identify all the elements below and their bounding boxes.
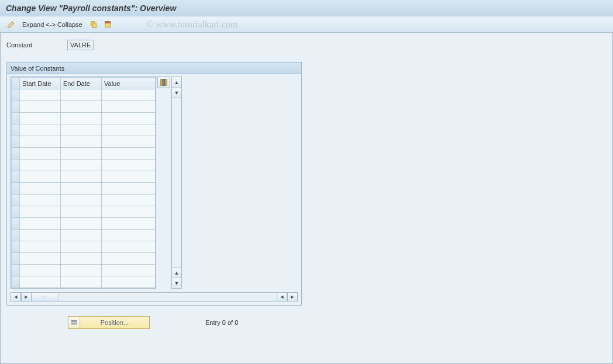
table-row[interactable] [12,101,156,113]
cell-value[interactable] [102,230,156,241]
cell-end-date[interactable] [61,253,102,265]
cell-start-date[interactable] [20,195,61,206]
cell-end-date[interactable] [61,136,102,148]
table-row[interactable] [12,183,156,195]
cell-value[interactable] [102,171,156,183]
cell-value[interactable] [102,124,156,136]
cell-value[interactable] [102,218,156,230]
cell-end-date[interactable] [61,101,102,113]
cell-value[interactable] [102,113,156,124]
row-selector[interactable] [12,171,20,183]
table-row[interactable] [12,113,156,124]
table-row[interactable] [12,206,156,218]
scroll-down-button[interactable]: ▼ [172,278,181,288]
row-selector[interactable] [12,113,20,124]
cell-start-date[interactable] [20,89,61,101]
row-selector[interactable] [12,183,20,195]
cell-start-date[interactable] [20,113,61,124]
cell-value[interactable] [102,241,156,253]
row-selector[interactable] [12,230,20,241]
cell-value[interactable] [102,253,156,265]
cell-start-date[interactable] [20,171,61,183]
cell-start-date[interactable] [20,265,61,276]
scroll-up-button[interactable]: ▲ [172,77,181,88]
scroll-left-fast-button[interactable]: ► [21,292,32,301]
cell-value[interactable] [102,148,156,160]
table-row[interactable] [12,171,156,183]
row-selector[interactable] [12,195,20,206]
cell-start-date[interactable] [20,241,61,253]
cell-start-date[interactable] [20,136,61,148]
row-selector[interactable] [12,148,20,160]
table-row[interactable] [12,265,156,276]
cell-end-date[interactable] [61,206,102,218]
cell-value[interactable] [102,276,156,288]
cell-end-date[interactable] [61,183,102,195]
cell-value[interactable] [102,183,156,195]
cell-start-date[interactable] [20,101,61,113]
cell-end-date[interactable] [61,195,102,206]
table-row[interactable] [12,195,156,206]
table-row[interactable] [12,230,156,241]
cell-start-date[interactable] [20,148,61,160]
expand-collapse-button[interactable]: Expand <-> Collapse [20,19,85,30]
vertical-scrollbar[interactable]: ▲ ▼ ▲ ▼ [171,77,182,289]
cell-end-date[interactable] [61,218,102,230]
cell-end-date[interactable] [61,276,102,288]
cell-start-date[interactable] [20,124,61,136]
constants-table[interactable]: Start Date End Date Value [11,77,156,289]
cell-start-date[interactable] [20,230,61,241]
table-row[interactable] [12,124,156,136]
row-selector[interactable] [12,160,20,171]
table-row[interactable] [12,148,156,160]
column-header-start-date[interactable]: Start Date [20,78,61,89]
table-row[interactable] [12,253,156,265]
row-selector[interactable] [12,218,20,230]
cell-value[interactable] [102,160,156,171]
position-button[interactable]: Position... [68,316,150,329]
cell-end-date[interactable] [61,265,102,276]
cell-value[interactable] [102,136,156,148]
scroll-page-up-button[interactable]: ▼ [172,88,181,98]
cell-start-date[interactable] [20,276,61,288]
cell-start-date[interactable] [20,218,61,230]
column-header-value[interactable]: Value [102,78,156,89]
cell-end-date[interactable] [61,241,102,253]
cell-end-date[interactable] [61,160,102,171]
row-selector[interactable] [12,265,20,276]
cell-value[interactable] [102,89,156,101]
row-selector[interactable] [12,253,20,265]
row-selector[interactable] [12,101,20,113]
table-row[interactable] [12,276,156,288]
row-selector-header[interactable] [12,78,20,89]
row-selector[interactable] [12,89,20,101]
delimit-icon[interactable] [102,19,113,30]
row-selector[interactable] [12,276,20,288]
cell-end-date[interactable] [61,89,102,101]
row-selector[interactable] [12,136,20,148]
table-row[interactable] [12,136,156,148]
table-row[interactable] [12,89,156,101]
cell-end-date[interactable] [61,124,102,136]
cell-value[interactable] [102,195,156,206]
cell-end-date[interactable] [61,148,102,160]
scroll-left-button[interactable]: ◄ [11,292,21,301]
constant-value-field[interactable]: VALRE [67,40,94,50]
cell-value[interactable] [102,101,156,113]
column-header-end-date[interactable]: End Date [61,78,102,89]
copy-icon[interactable] [88,19,99,30]
hscroll-track[interactable]: ::: [32,292,277,301]
table-row[interactable] [12,241,156,253]
table-row[interactable] [12,160,156,171]
hscroll-thumb[interactable]: ::: [32,293,58,301]
table-row[interactable] [12,218,156,230]
row-selector[interactable] [12,241,20,253]
scroll-right-button[interactable]: ► [287,292,298,301]
cell-end-date[interactable] [61,230,102,241]
horizontal-scrollbar[interactable]: ◄ ► ::: ◄ ► [11,292,298,301]
row-selector[interactable] [12,124,20,136]
cell-start-date[interactable] [20,183,61,195]
scroll-right-fast-button[interactable]: ◄ [277,292,287,301]
cell-start-date[interactable] [20,160,61,171]
table-settings-icon[interactable] [157,77,170,88]
